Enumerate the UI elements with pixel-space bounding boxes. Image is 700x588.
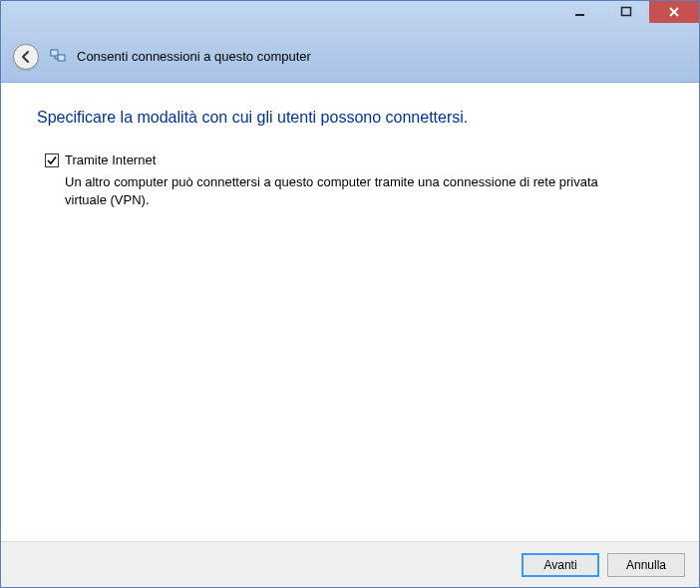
network-icon (49, 48, 67, 66)
wizard-content: Specificare la modalità con cui gli uten… (1, 83, 699, 541)
wizard-title: Consenti connessioni a questo computer (77, 49, 311, 64)
next-button[interactable]: Avanti (522, 553, 599, 577)
svg-rect-2 (51, 50, 58, 56)
titlebar (1, 1, 699, 31)
svg-rect-0 (575, 14, 584, 16)
cancel-button[interactable]: Annulla (607, 553, 685, 577)
internet-description: Un altro computer può connettersi a ques… (65, 173, 623, 209)
arrow-left-icon (19, 50, 33, 64)
close-icon (668, 6, 680, 18)
close-button[interactable] (649, 1, 699, 23)
svg-rect-1 (622, 8, 631, 16)
maximize-icon (620, 6, 632, 18)
option-row: Tramite Internet (45, 152, 663, 167)
minimize-button[interactable] (557, 1, 603, 23)
maximize-button[interactable] (603, 1, 649, 23)
option-internet: Tramite Internet Un altro computer può c… (45, 152, 663, 209)
page-heading: Specificare la modalità con cui gli uten… (37, 109, 663, 127)
window-controls (557, 1, 699, 23)
minimize-icon (574, 6, 586, 18)
back-button[interactable] (13, 44, 39, 70)
internet-label: Tramite Internet (65, 152, 156, 167)
checkmark-icon (46, 154, 58, 166)
wizard-header: Consenti connessioni a questo computer (1, 31, 699, 83)
svg-rect-3 (58, 55, 65, 61)
wizard-footer: Avanti Annulla (1, 541, 699, 587)
internet-checkbox[interactable] (45, 153, 59, 167)
